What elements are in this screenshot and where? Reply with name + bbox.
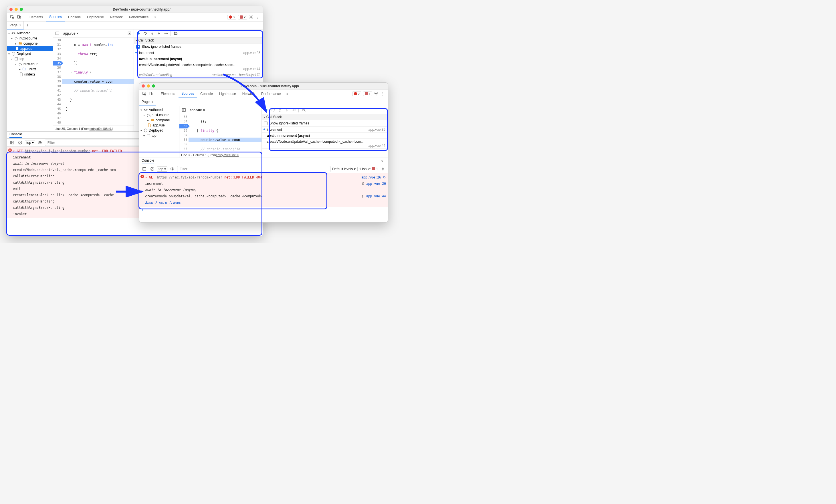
minimize-icon[interactable] bbox=[147, 84, 150, 88]
inspect-icon[interactable] bbox=[9, 14, 15, 20]
tree-compone[interactable]: compone bbox=[139, 118, 179, 123]
gutter[interactable]: 3031323334353637383940414243444546474849… bbox=[53, 37, 62, 125]
tab-console[interactable]: Console bbox=[197, 90, 216, 98]
tree-compone[interactable]: compone bbox=[7, 41, 53, 46]
zoom-icon[interactable] bbox=[152, 84, 155, 88]
inspect-icon[interactable] bbox=[141, 91, 147, 97]
error-url[interactable]: https://jec.fyi/api/random-number bbox=[25, 149, 90, 153]
tabs-overflow-icon[interactable]: » bbox=[152, 14, 158, 20]
tab-elements[interactable]: Elements bbox=[158, 90, 178, 98]
stack-frame[interactable]: await in increment (async) bbox=[262, 133, 388, 139]
kebab-icon[interactable]: ⋮ bbox=[254, 14, 261, 20]
trace-line[interactable]: await in increment (async) bbox=[145, 187, 386, 193]
error-header[interactable]: ▾ GET https://jec.fyi/api/random-number … bbox=[145, 174, 386, 180]
show-ignored-checkbox[interactable] bbox=[136, 45, 140, 49]
tree-appvue[interactable]: app.vue bbox=[7, 46, 53, 51]
sourcemap-link[interactable]: entry.d9e108e9.j bbox=[90, 127, 113, 131]
show-more-frames[interactable]: Show 7 more frames bbox=[145, 199, 386, 206]
callstack-header[interactable]: Call Stack bbox=[134, 37, 263, 43]
show-ignored-checkbox-row[interactable]: Show ignore-listed frames bbox=[262, 120, 388, 127]
close-tab-icon[interactable]: × bbox=[203, 108, 205, 112]
show-ignored-checkbox-row[interactable]: Show ignore-listed frames bbox=[134, 43, 263, 50]
trace-source-link[interactable]: app.vue:26 bbox=[366, 182, 386, 186]
gutter[interactable]: 3334353637383940 bbox=[179, 114, 189, 152]
zoom-icon[interactable] bbox=[20, 8, 23, 11]
step-out-icon[interactable] bbox=[156, 30, 162, 37]
step-into-icon[interactable] bbox=[149, 30, 155, 37]
live-expr-icon[interactable] bbox=[37, 140, 43, 146]
authored-group[interactable]: <> Authored bbox=[7, 31, 53, 36]
step-icon[interactable] bbox=[163, 30, 169, 37]
step-over-icon[interactable] bbox=[142, 30, 148, 37]
stack-frame[interactable]: incrementapp.vue:35 bbox=[134, 50, 263, 56]
close-icon[interactable] bbox=[10, 8, 13, 11]
tree-nuxi[interactable]: nuxi-counte bbox=[139, 112, 179, 118]
tab-sources[interactable]: Sources bbox=[178, 90, 197, 98]
trace-line[interactable]: increment@ app.vue:26 bbox=[145, 180, 386, 187]
console-drawer-header[interactable]: Console × bbox=[139, 158, 388, 165]
trace-line[interactable]: createVNode.onUpdateVal._cache.<computed… bbox=[145, 193, 386, 199]
page-nav-tab[interactable]: Page » bbox=[7, 21, 24, 30]
stack-frame[interactable]: await in increment (async) bbox=[134, 56, 263, 62]
warning-count-chip[interactable]: 1 bbox=[363, 92, 372, 96]
tree-index[interactable]: (index) bbox=[7, 72, 53, 77]
issues-chip[interactable]: 1 Issue: 1 bbox=[357, 167, 378, 171]
warning-count-chip[interactable]: 2 bbox=[238, 15, 247, 19]
clear-console-icon[interactable] bbox=[17, 140, 23, 146]
live-expr-icon[interactable] bbox=[169, 166, 175, 172]
step-icon[interactable] bbox=[290, 107, 297, 113]
console-sidebar-icon[interactable] bbox=[9, 140, 15, 146]
nav-kebab[interactable]: ⋮ bbox=[24, 21, 32, 30]
nav-kebab[interactable]: ⋮ bbox=[156, 98, 164, 106]
device-icon[interactable] bbox=[16, 14, 22, 20]
resume-icon[interactable] bbox=[135, 30, 141, 37]
tab-lighthouse[interactable]: Lighthouse bbox=[84, 13, 107, 21]
gear-icon[interactable] bbox=[373, 91, 379, 97]
page-nav-tab[interactable]: Page » bbox=[139, 98, 156, 106]
show-ignored-checkbox[interactable] bbox=[264, 121, 268, 125]
step-out-icon[interactable] bbox=[284, 107, 290, 113]
error-count-chip[interactable]: 3 bbox=[227, 15, 236, 19]
gear-icon[interactable] bbox=[380, 166, 386, 172]
step-into-icon[interactable] bbox=[277, 107, 283, 113]
tab-elements[interactable]: Elements bbox=[26, 13, 46, 21]
clear-console-icon[interactable] bbox=[149, 166, 155, 172]
code-text[interactable]: x = await numRes.tex throw err; }); } fi… bbox=[62, 37, 134, 125]
tree-top[interactable]: top bbox=[7, 56, 53, 61]
open-file-tab[interactable]: app.vue × bbox=[61, 32, 80, 36]
stack-frame[interactable]: createVNode.onUpdateVal._cache.<computed… bbox=[262, 139, 388, 149]
tree-top[interactable]: top bbox=[139, 133, 179, 138]
context-selector[interactable]: top ▾ bbox=[157, 167, 167, 172]
tab-console[interactable]: Console bbox=[65, 13, 83, 21]
code-text[interactable]: }); } finally { counter.value = coun // … bbox=[189, 114, 262, 152]
sidebar-toggle-icon[interactable] bbox=[54, 30, 60, 37]
refresh-icon[interactable]: ⟳ bbox=[383, 175, 386, 179]
sourcemap-link[interactable]: entry.d9e108e9.j bbox=[216, 153, 239, 157]
tab-performance[interactable]: Performance bbox=[126, 13, 152, 21]
trace-source-link[interactable]: app.vue:44 bbox=[366, 194, 386, 198]
device-icon[interactable] bbox=[148, 91, 154, 97]
error-url[interactable]: https://jec.fyi/api/random-number bbox=[157, 175, 222, 179]
deployed-group[interactable]: Deployed bbox=[139, 128, 179, 133]
gear-icon[interactable] bbox=[248, 14, 254, 20]
deactivate-breakpoints-icon[interactable] bbox=[300, 107, 307, 113]
tree-nuxi[interactable]: nuxi-counte bbox=[7, 36, 53, 41]
close-icon[interactable] bbox=[141, 84, 145, 88]
kebab-icon[interactable]: ⋮ bbox=[380, 91, 386, 97]
tree-appvue[interactable]: app.vue bbox=[139, 123, 179, 128]
tab-sources[interactable]: Sources bbox=[46, 13, 65, 21]
authored-group[interactable]: <> Authored bbox=[139, 107, 179, 112]
open-file-tab[interactable]: app.vue × bbox=[188, 108, 207, 112]
context-selector[interactable]: top ▾ bbox=[25, 140, 35, 145]
run-snippet-icon[interactable] bbox=[126, 30, 132, 37]
log-levels-selector[interactable]: Default levels ▾ bbox=[332, 167, 355, 171]
stack-frame[interactable]: incrementapp.vue:35 bbox=[262, 127, 388, 133]
console-sidebar-icon[interactable] bbox=[141, 166, 147, 172]
tab-network[interactable]: Network bbox=[107, 13, 126, 21]
console-filter-input[interactable] bbox=[178, 167, 329, 172]
deployed-group[interactable]: Deployed bbox=[7, 51, 53, 56]
console-prompt[interactable]: › bbox=[139, 207, 388, 213]
error-count-chip[interactable]: 2 bbox=[352, 92, 361, 96]
deactivate-breakpoints-icon[interactable] bbox=[172, 30, 179, 37]
callstack-header[interactable]: Call Stack bbox=[262, 114, 388, 120]
